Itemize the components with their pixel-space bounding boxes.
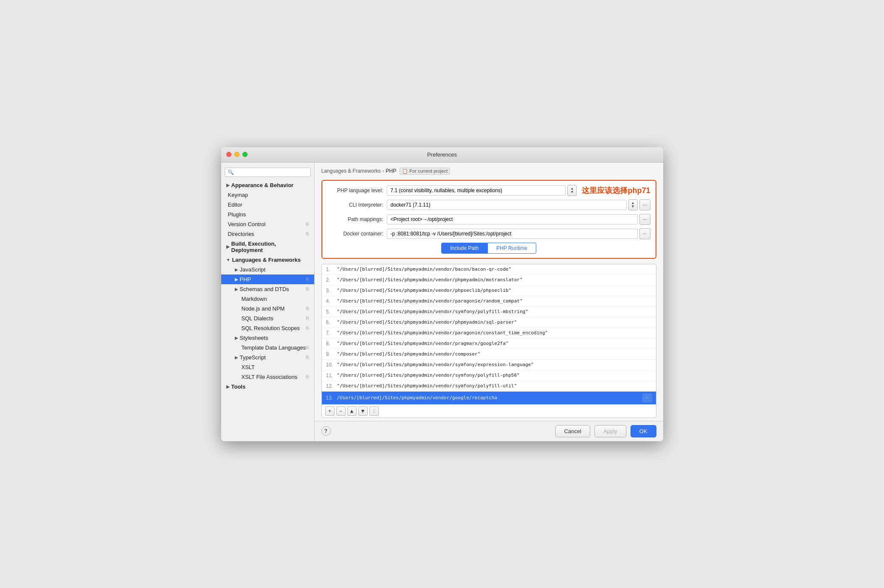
search-input[interactable] bbox=[236, 169, 308, 175]
project-tag-icon: 📋 bbox=[402, 168, 408, 174]
sidebar-item-label: Appearance & Behavior bbox=[231, 182, 294, 188]
path-list-item[interactable]: 13./Users/[blurred]/Sites/phpmyadmin/ven… bbox=[322, 392, 656, 404]
move-up-button[interactable]: ▲ bbox=[347, 406, 357, 416]
sidebar-item-keymap[interactable]: Keymap bbox=[221, 190, 314, 200]
cli-interpreter-spinner[interactable]: ▲ ▼ bbox=[628, 199, 638, 210]
sidebar-item-xslt-file[interactable]: XSLT File Associations ⎘ bbox=[221, 372, 314, 382]
sidebar-item-label: Tools bbox=[231, 384, 246, 390]
ok-button[interactable]: OK bbox=[631, 425, 656, 437]
docker-container-more-button[interactable]: ··· bbox=[639, 228, 650, 239]
sidebar-item-label: Version Control bbox=[228, 221, 266, 227]
sidebar-item-stylesheets[interactable]: ▶ Stylesheets bbox=[221, 333, 314, 343]
language-level-spinner[interactable]: ▲ ▼ bbox=[567, 185, 577, 196]
sidebar-item-label: Languages & Frameworks bbox=[232, 257, 301, 263]
sidebar-item-xslt[interactable]: XSLT bbox=[221, 362, 314, 372]
sort-button[interactable]: ⋮ bbox=[369, 406, 379, 416]
path-mappings-row: Path mappings: <Project root>→/opt/proje… bbox=[327, 214, 650, 225]
sidebar-item-label: TypeScript bbox=[240, 354, 266, 361]
expand-arrow-icon: ▶ bbox=[226, 384, 230, 389]
minimize-button[interactable] bbox=[234, 152, 239, 157]
sidebar-item-php[interactable]: ▶ PHP ⎘ bbox=[221, 274, 314, 284]
sidebar-item-directories[interactable]: Directories ⎘ bbox=[221, 229, 314, 239]
sidebar-item-sql-resolution[interactable]: SQL Resolution Scopes ⎘ bbox=[221, 323, 314, 333]
path-list-item[interactable]: 11."/Users/[blurred]/Sites/phpmyadmin/ve… bbox=[322, 370, 656, 381]
path-list: 1."/Users/[blurred]/Sites/phpmyadmin/ven… bbox=[322, 264, 656, 404]
path-list-item[interactable]: 8."/Users/[blurred]/Sites/phpmyadmin/ven… bbox=[322, 339, 656, 349]
tab-include-path[interactable]: Include Path bbox=[441, 243, 487, 254]
sidebar-item-label: SQL Dialects bbox=[242, 315, 273, 322]
search-box[interactable]: 🔍 bbox=[225, 168, 311, 177]
help-button[interactable]: ? bbox=[321, 426, 331, 436]
move-down-button[interactable]: ▼ bbox=[358, 406, 368, 416]
path-text: "/Users/[blurred]/Sites/phpmyadmin/vendo… bbox=[337, 362, 652, 367]
path-more-button[interactable]: ··· bbox=[642, 394, 652, 402]
sidebar-item-tools[interactable]: ▶ Tools bbox=[221, 382, 314, 392]
path-text: "/Users/[blurred]/Sites/phpmyadmin/vendo… bbox=[337, 266, 652, 272]
copy-icon: ⎘ bbox=[306, 355, 309, 360]
path-list-item[interactable]: 5."/Users/[blurred]/Sites/phpmyadmin/ven… bbox=[322, 307, 656, 317]
add-path-button[interactable]: + bbox=[325, 406, 335, 416]
path-number: 3. bbox=[326, 288, 335, 294]
sidebar-item-languages[interactable]: ▼ Languages & Frameworks bbox=[221, 255, 314, 265]
path-list-item[interactable]: 3."/Users/[blurred]/Sites/phpmyadmin/ven… bbox=[322, 286, 656, 296]
sidebar-item-plugins[interactable]: Plugins bbox=[221, 210, 314, 219]
expand-arrow-icon: ▶ bbox=[235, 287, 238, 291]
path-text: "/Users/[blurred]/Sites/phpmyadmin/vendo… bbox=[337, 383, 652, 389]
sidebar-item-editor[interactable]: Editor bbox=[221, 200, 314, 210]
sidebar-item-markdown[interactable]: Markdown bbox=[221, 294, 314, 304]
sidebar-item-version-control[interactable]: Version Control ⎘ bbox=[221, 219, 314, 229]
path-text: "/Users/[blurred]/Sites/phpmyadmin/vendo… bbox=[337, 309, 652, 314]
path-list-container: 1."/Users/[blurred]/Sites/phpmyadmin/ven… bbox=[321, 264, 656, 418]
path-number: 12. bbox=[326, 383, 335, 389]
path-list-item[interactable]: 9."/Users/[blurred]/Sites/phpmyadmin/ven… bbox=[322, 349, 656, 360]
path-text: "/Users/[blurred]/Sites/phpmyadmin/vendo… bbox=[337, 351, 652, 357]
sidebar-item-sql-dialects[interactable]: SQL Dialects ⎘ bbox=[221, 314, 314, 323]
expand-arrow-icon: ▶ bbox=[235, 267, 238, 272]
close-button[interactable] bbox=[226, 152, 231, 157]
tabs-row: Include Path PHP Runtime bbox=[327, 243, 650, 254]
sidebar-item-label: Keymap bbox=[228, 192, 248, 198]
path-list-item[interactable]: 10."/Users/[blurred]/Sites/phpmyadmin/ve… bbox=[322, 360, 656, 370]
path-number: 1. bbox=[326, 266, 335, 272]
sidebar-item-nodejs[interactable]: Node.js and NPM ⎘ bbox=[221, 304, 314, 314]
path-text: /Users/[blurred]/Sites/phpmyadmin/vendor… bbox=[337, 395, 642, 400]
path-mappings-label: Path mappings: bbox=[327, 216, 387, 222]
path-mappings-more-button[interactable]: ··· bbox=[639, 214, 650, 225]
path-number: 4. bbox=[326, 298, 335, 304]
sidebar-item-label: Node.js and NPM bbox=[242, 305, 285, 312]
sidebar-item-typescript[interactable]: ▶ TypeScript ⎘ bbox=[221, 353, 314, 362]
expand-arrow-icon: ▶ bbox=[235, 355, 238, 360]
path-number: 2. bbox=[326, 277, 335, 283]
path-mappings-value: <Project root>→/opt/project bbox=[387, 214, 638, 224]
tab-php-runtime[interactable]: PHP Runtime bbox=[487, 243, 536, 254]
path-list-item[interactable]: 7."/Users/[blurred]/Sites/phpmyadmin/ven… bbox=[322, 328, 656, 339]
sidebar-item-label: Build, Execution, Deployment bbox=[231, 241, 309, 253]
path-mappings-control: <Project root>→/opt/project ··· bbox=[387, 214, 650, 225]
sidebar-item-label: Plugins bbox=[228, 211, 246, 218]
annotation-text: 这里应该选择php71 bbox=[582, 185, 650, 196]
sidebar-item-label: XSLT File Associations bbox=[242, 374, 298, 380]
remove-path-button[interactable]: − bbox=[336, 406, 346, 416]
sidebar-item-template[interactable]: Template Data Languages ⎘ bbox=[221, 343, 314, 353]
breadcrumb-parent: Languages & Frameworks bbox=[321, 168, 381, 174]
apply-button[interactable]: Apply bbox=[594, 425, 626, 437]
path-list-item[interactable]: 6."/Users/[blurred]/Sites/phpmyadmin/ven… bbox=[322, 317, 656, 328]
path-toolbar: + − ▲ ▼ ⋮ bbox=[322, 404, 656, 417]
cli-interpreter-more-button[interactable]: ··· bbox=[639, 199, 650, 210]
sidebar-item-label: JavaScript bbox=[240, 266, 266, 273]
sidebar-item-appearance[interactable]: ▶ Appearance & Behavior bbox=[221, 180, 314, 190]
sidebar-item-schemas[interactable]: ▶ Schemas and DTDs ⎘ bbox=[221, 284, 314, 294]
cancel-button[interactable]: Cancel bbox=[555, 425, 590, 437]
sidebar-item-build[interactable]: ▶ Build, Execution, Deployment bbox=[221, 239, 314, 255]
expand-arrow-icon: ▼ bbox=[226, 258, 231, 262]
path-list-item[interactable]: 12."/Users/[blurred]/Sites/phpmyadmin/ve… bbox=[322, 381, 656, 392]
sidebar-item-javascript[interactable]: ▶ JavaScript bbox=[221, 265, 314, 274]
maximize-button[interactable] bbox=[242, 152, 248, 157]
path-list-item[interactable]: 2."/Users/[blurred]/Sites/phpmyadmin/ven… bbox=[322, 275, 656, 286]
path-number: 11. bbox=[326, 372, 335, 378]
search-icon: 🔍 bbox=[228, 169, 234, 175]
path-list-item[interactable]: 4."/Users/[blurred]/Sites/phpmyadmin/ven… bbox=[322, 296, 656, 307]
traffic-lights bbox=[226, 152, 248, 157]
path-list-item[interactable]: 1."/Users/[blurred]/Sites/phpmyadmin/ven… bbox=[322, 264, 656, 275]
path-text: "/Users/[blurred]/Sites/phpmyadmin/vendo… bbox=[337, 330, 652, 336]
